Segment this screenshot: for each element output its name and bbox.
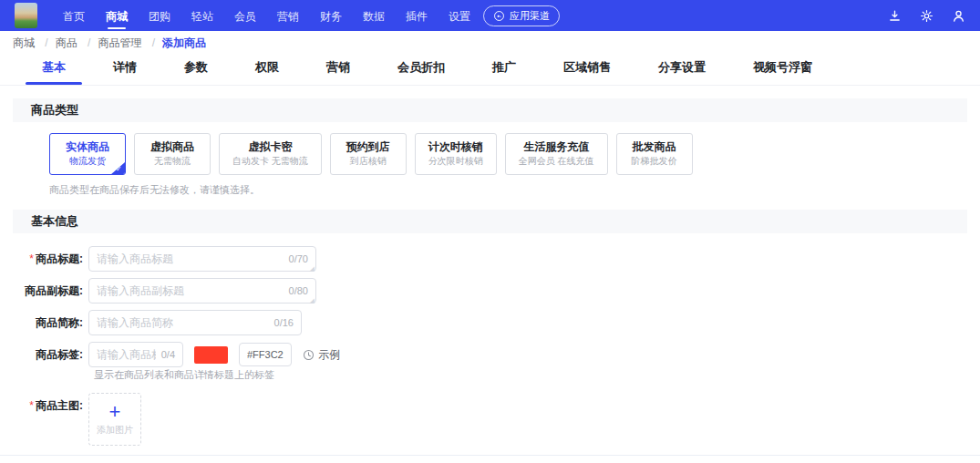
product-type-note: 商品类型在商品保存后无法修改，请谨慎选择。 <box>49 183 980 197</box>
breadcrumb-item: 商城 / <box>13 36 56 51</box>
nav-menu-item[interactable]: 设置 <box>449 1 470 31</box>
channel-icon <box>493 10 505 22</box>
product-type-card-subtitle: 物流发货 <box>63 155 112 168</box>
tab-label: 推广 <box>492 60 516 74</box>
breadcrumb-current: 添加商品 <box>162 36 206 51</box>
product-type-card-subtitle: 到店核销 <box>344 155 393 168</box>
nav-menu-item[interactable]: 轻站 <box>191 1 213 31</box>
product-type-card-title: 批发商品 <box>630 139 679 155</box>
tag-counter: 0/4 <box>161 349 175 360</box>
subtitle-input-wrap: 0/80 ◢ <box>88 278 316 304</box>
tab[interactable]: 会员折扣 <box>394 52 449 85</box>
breadcrumb-item: 商品 / <box>56 36 98 51</box>
breadcrumb-separator: / <box>45 36 47 49</box>
product-type-card[interactable]: 虚拟卡密 自动发卡 无需物流 <box>219 133 322 175</box>
resize-grip-icon[interactable]: ◢ <box>310 265 315 273</box>
tag-example-label: 示例 <box>318 347 340 363</box>
main-image-field-row: *商品主图: + 添加图片 <box>0 393 980 446</box>
app-logo[interactable] <box>15 3 37 28</box>
nav-menu-item-label: 营销 <box>277 10 299 23</box>
required-asterisk: * <box>29 252 34 265</box>
product-type-card-subtitle: 自动发卡 无需物流 <box>232 155 308 168</box>
product-type-card-title: 生活服务充值 <box>519 139 594 155</box>
tag-color-input[interactable] <box>247 349 284 360</box>
resize-grip-icon[interactable]: ◢ <box>310 297 315 304</box>
tab[interactable]: 参数 <box>181 52 211 85</box>
product-type-section-title: 商品类型 <box>13 98 967 122</box>
gear-icon[interactable] <box>920 9 934 23</box>
nav-menu-item[interactable]: 会员 <box>234 1 256 31</box>
tab[interactable]: 推广 <box>489 52 520 85</box>
user-icon[interactable] <box>952 9 965 23</box>
required-asterisk: * <box>29 399 34 412</box>
nav-menu-item[interactable]: 营销 <box>277 1 299 31</box>
tab-label: 会员折扣 <box>397 60 445 74</box>
nav-menu-item[interactable]: 首页 <box>63 1 85 31</box>
product-type-cards: 实体商品 物流发货 虚拟商品 无需物流 虚拟卡密 自动发卡 无需物流 预约到店 … <box>49 133 980 175</box>
tag-field-label: 商品标签: <box>0 342 88 367</box>
product-type-card[interactable]: 生活服务充值 全网会员 在线充值 <box>505 133 608 175</box>
breadcrumb-link[interactable]: 商品管理 <box>98 36 141 49</box>
short-name-input-wrap: 0/16 <box>88 310 302 335</box>
nav-menu-item-label: 插件 <box>406 10 428 23</box>
tab[interactable]: 区域销售 <box>560 52 614 85</box>
form-footer: 下一步 保存 <box>0 455 980 463</box>
title-field-label: *商品标题: <box>0 246 88 272</box>
product-type-card-subtitle: 分次限时核销 <box>428 155 483 168</box>
product-type-card-subtitle: 全网会员 在线充值 <box>519 155 594 168</box>
nav-menu-item[interactable]: 数据 <box>363 1 385 31</box>
product-type-card-title: 计次时核销 <box>428 139 483 155</box>
tab-label: 区域销售 <box>563 60 611 74</box>
tag-color-swatch[interactable] <box>194 346 228 364</box>
nav-menu-item[interactable]: 财务 <box>320 1 342 31</box>
product-type-card[interactable]: 预约到店 到店核销 <box>330 133 407 175</box>
title-input[interactable] <box>97 252 284 265</box>
product-type-card[interactable]: 实体商品 物流发货 <box>49 133 126 175</box>
tab[interactable]: 分享设置 <box>655 52 709 85</box>
product-type-card[interactable]: 批发商品 阶梯批发价 <box>616 133 693 175</box>
tab[interactable]: 营销 <box>323 52 354 85</box>
tab[interactable]: 详情 <box>109 52 140 85</box>
product-type-card[interactable]: 计次时核销 分次限时核销 <box>415 133 497 175</box>
subtitle-field-label: 商品副标题: <box>0 278 88 304</box>
page-tabs: 基本 详情 参数 权限 营销 会员折扣 推广 区域销售 分享设置 视频号浮窗 <box>0 55 980 86</box>
nav-menu-item[interactable]: 团购 <box>149 1 170 31</box>
tab-label: 营销 <box>326 60 350 74</box>
tag-color-input-wrap <box>239 343 292 366</box>
nav-menu-item-label: 轻站 <box>191 10 213 23</box>
selected-check-icon <box>110 161 126 175</box>
subtitle-input[interactable] <box>97 284 284 297</box>
product-type-card-subtitle: 无需物流 <box>148 155 197 168</box>
main-menu: 首页 商城 团购 轻站 会员 营销 财务 数据 插件 设置 <box>63 1 470 31</box>
tab[interactable]: 视频号浮窗 <box>749 52 816 85</box>
navbar-actions <box>888 9 965 23</box>
nav-menu-item-label: 团购 <box>149 10 170 23</box>
upload-label: 添加图片 <box>97 424 133 437</box>
app-channel-label: 应用渠道 <box>510 9 550 23</box>
nav-menu-item-label: 会员 <box>234 10 256 23</box>
nav-menu-item[interactable]: 商城 <box>106 1 128 31</box>
breadcrumb-items: 商城 / 商品 / 商品管理 / <box>13 36 162 51</box>
tab-label: 视频号浮窗 <box>753 60 812 74</box>
example-icon <box>303 349 315 361</box>
tab-label: 基本 <box>42 60 66 74</box>
nav-menu-item-label: 首页 <box>63 10 85 23</box>
breadcrumb-link[interactable]: 商品 <box>56 36 77 49</box>
app-channel-button[interactable]: 应用渠道 <box>483 5 560 26</box>
breadcrumb-link[interactable]: 商城 <box>13 36 35 49</box>
product-type-card[interactable]: 虚拟商品 无需物流 <box>134 133 211 175</box>
nav-menu-item[interactable]: 插件 <box>406 1 428 31</box>
tag-input[interactable] <box>97 348 156 361</box>
top-navbar: 首页 商城 团购 轻站 会员 营销 财务 数据 插件 设置 <box>0 0 980 31</box>
main-image-upload[interactable]: + 添加图片 <box>88 393 141 446</box>
short-name-input[interactable] <box>97 316 269 329</box>
nav-menu-item-label: 数据 <box>363 10 385 23</box>
tab-label: 参数 <box>184 60 208 74</box>
tag-example-link[interactable]: 示例 <box>303 347 340 363</box>
nav-menu-item-label: 设置 <box>449 10 470 23</box>
tab[interactable]: 基本 <box>38 52 69 85</box>
tab[interactable]: 权限 <box>252 52 283 85</box>
title-field-row: *商品标题: 0/70 ◢ <box>0 246 980 272</box>
download-icon[interactable] <box>888 9 902 23</box>
subtitle-counter: 0/80 <box>289 285 308 296</box>
